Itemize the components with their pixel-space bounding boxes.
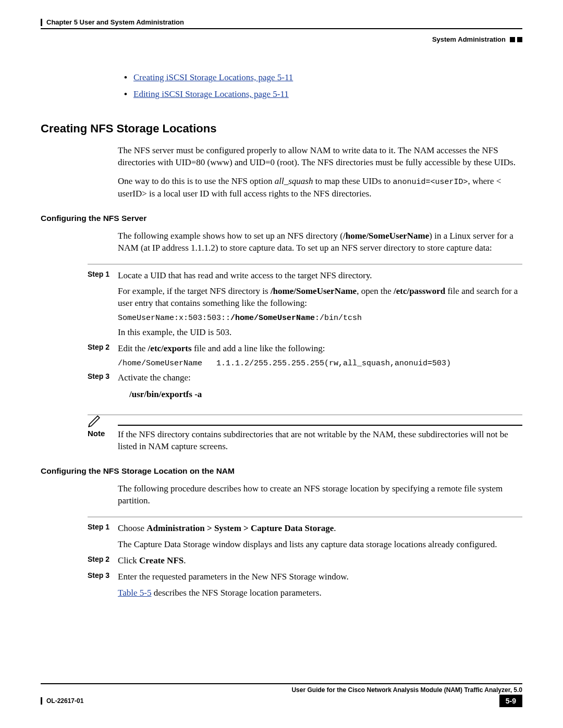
steps-divider	[88, 414, 522, 415]
step: Step 1 Locate a UID that has read and wr…	[41, 270, 522, 282]
bullet-icon: •	[124, 86, 133, 103]
step-follow: In this example, the UID is 503.	[118, 327, 522, 339]
step-label: Step 3	[88, 372, 118, 384]
step-body: Enter the requested parameters in the Ne…	[118, 571, 522, 583]
step: Step 3 Activate the change:	[41, 372, 522, 384]
doc-id: OL-22617-01	[41, 697, 83, 705]
step-label: Step 1	[88, 270, 118, 282]
step-label: Step 3	[88, 571, 118, 583]
header-rule-icon	[41, 19, 42, 26]
step: Step 2 Edit the /etc/exports file and ad…	[41, 343, 522, 355]
paragraph: The NFS server must be configured proper…	[118, 145, 522, 169]
code-block: /home/SomeUserName 1.1.1.2/255.255.255.2…	[118, 359, 522, 368]
step: Step 1 Choose Administration > System > …	[41, 523, 522, 535]
note-text: If the NFS directory contains subdirecto…	[118, 429, 522, 453]
heading-3: Configuring the NFS Storage Location on …	[41, 466, 522, 476]
pencil-icon	[88, 413, 102, 430]
step-follow: The Capture Data Storage window displays…	[118, 539, 522, 551]
steps-divider	[88, 516, 522, 517]
bullet-item: • Creating iSCSI Storage Locations, page…	[124, 69, 522, 86]
page-number: 5-9	[499, 695, 522, 707]
footer-rule	[41, 683, 522, 684]
bullet-icon: •	[124, 69, 133, 86]
note-label: Note	[88, 429, 118, 453]
square-icon	[510, 37, 515, 42]
square-icon	[517, 37, 522, 42]
step: Step 2 Click Create NFS.	[41, 555, 522, 567]
chapter-label: Chapter 5 User and System Administration	[46, 18, 184, 26]
xref-link[interactable]: Creating iSCSI Storage Locations, page 5…	[133, 69, 293, 86]
step-body: Choose Administration > System > Capture…	[118, 523, 522, 535]
xref-link[interactable]: Editing iSCSI Storage Locations, page 5-…	[133, 86, 289, 103]
heading-3: Configuring the NFS Server	[41, 214, 522, 223]
footer: User Guide for the Cisco Network Analysi…	[41, 683, 522, 707]
code-block: SomeUserName:x:503:503::/home/SomeUserNa…	[118, 314, 522, 323]
paragraph: The following procedure describes how to…	[118, 483, 522, 507]
step-body: Click Create NFS.	[118, 555, 522, 567]
step-body: Edit the /etc/exports file and add a lin…	[118, 343, 522, 355]
section-header: System Administration	[41, 35, 522, 43]
page: Chapter 5 User and System Administration…	[0, 0, 563, 728]
step-follow: Table 5-5 describes the NFS Storage loca…	[118, 587, 522, 599]
step-label: Step 2	[88, 343, 118, 355]
step-follow: For example, if the target NFS directory…	[118, 286, 522, 310]
note-block: Note If the NFS directory contains subdi…	[88, 425, 522, 453]
bullet-list: • Creating iSCSI Storage Locations, page…	[124, 69, 522, 103]
bullet-item: • Editing iSCSI Storage Locations, page …	[124, 86, 522, 103]
content: • Creating iSCSI Storage Locations, page…	[41, 69, 522, 599]
heading-2: Creating NFS Storage Locations	[41, 122, 522, 135]
step-label: Step 2	[88, 555, 118, 567]
section-title: System Administration	[432, 35, 506, 43]
command: /usr/bin/exportfs -a	[129, 389, 522, 400]
paragraph: The following example shows how to set u…	[118, 230, 522, 254]
running-header: Chapter 5 User and System Administration	[41, 16, 522, 26]
steps-divider	[88, 264, 522, 265]
step-body: Activate the change:	[118, 372, 522, 384]
step: Step 3 Enter the requested parameters in…	[41, 571, 522, 583]
note-rule	[118, 425, 522, 426]
step-body: Locate a UID that has read and write acc…	[118, 270, 522, 282]
footer-rule-icon	[41, 697, 42, 705]
header-rule	[41, 28, 522, 29]
paragraph: One way to do this is to use the NFS opt…	[118, 176, 522, 200]
xref-link[interactable]: Table 5-5	[118, 588, 151, 598]
guide-title: User Guide for the Cisco Network Analysi…	[41, 686, 522, 694]
step-label: Step 1	[88, 523, 118, 535]
